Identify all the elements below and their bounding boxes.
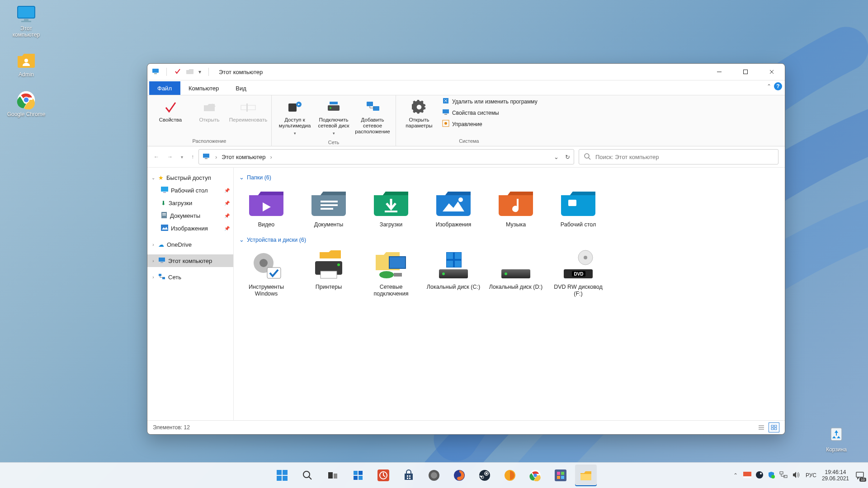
taskbar-taskview[interactable] <box>322 465 344 486</box>
sidebar-item-downloads[interactable]: ⬇Загрузки📌 <box>147 197 233 209</box>
svg-rect-76 <box>774 428 777 430</box>
ribbon-uninstall-program[interactable]: Удалить или изменить программу <box>442 97 538 106</box>
taskbar-file-explorer[interactable] <box>575 465 597 486</box>
folder-pictures[interactable]: Изображения <box>424 184 483 231</box>
crumb-label[interactable]: Этот компьютер <box>222 154 265 160</box>
folder-downloads[interactable]: Загрузки <box>361 184 421 231</box>
star-icon: ★ <box>158 174 164 181</box>
svg-rect-82 <box>328 472 333 479</box>
device-dvd-drive[interactable]: DVDDVD RW дисковод (F:) <box>548 247 608 300</box>
tray-volume-icon[interactable] <box>792 471 800 480</box>
taskbar-app-2[interactable] <box>423 465 445 486</box>
svg-rect-51 <box>389 257 406 268</box>
taskbar-firefox[interactable] <box>448 465 470 486</box>
documents-folder-icon <box>308 187 349 219</box>
taskbar-search[interactable] <box>297 465 318 486</box>
taskbar-store[interactable] <box>398 465 420 486</box>
tray-security-icon[interactable] <box>768 471 775 480</box>
sidebar-network[interactable]: ›Сеть <box>147 271 233 283</box>
svg-rect-22 <box>443 109 449 113</box>
svg-rect-85 <box>359 471 363 475</box>
taskbar-chrome[interactable] <box>524 465 546 486</box>
tray-app-icon[interactable] <box>743 472 751 479</box>
folder-videos[interactable]: Видео <box>236 184 296 231</box>
address-bar[interactable]: › Этот компьютер › ⌄ ↻ <box>198 149 574 164</box>
folder-music[interactable]: Музыка <box>486 184 546 231</box>
device-windows-tools[interactable]: Инструменты Windows <box>236 247 296 300</box>
ribbon-tabs: Файл Компьютер Вид ⌃ ? <box>147 80 785 95</box>
section-devices[interactable]: ⌄Устройства и диски (6) <box>239 236 782 243</box>
svg-rect-54 <box>394 273 402 277</box>
desktop-icon-this-pc[interactable]: Этот компьютер <box>6 5 46 38</box>
nav-up-icon[interactable]: ↑ <box>191 154 194 160</box>
taskbar-steam[interactable] <box>474 465 495 486</box>
svg-rect-18 <box>330 102 338 104</box>
svg-point-97 <box>479 470 490 481</box>
taskbar-start[interactable] <box>271 465 293 486</box>
nav-forward-icon[interactable]: → <box>167 154 173 160</box>
maximize-button[interactable] <box>732 64 759 80</box>
taskbar-app-4[interactable] <box>550 465 571 486</box>
ribbon-add-net-location[interactable]: Добавить сетевое расположение <box>354 97 391 136</box>
tab-view[interactable]: Вид <box>227 81 255 95</box>
folder-documents[interactable]: Документы <box>299 184 359 231</box>
svg-rect-110 <box>743 477 751 478</box>
desktop-icon-chrome[interactable]: Google Chrome <box>6 90 46 117</box>
device-local-disk-d[interactable]: Локальный диск (D:) <box>486 247 546 300</box>
checkmark-icon[interactable] <box>174 68 181 76</box>
search-placeholder: Поиск: Этот компьютер <box>595 154 659 160</box>
search-input[interactable]: Поиск: Этот компьютер <box>579 149 778 164</box>
view-icons-button[interactable] <box>769 422 779 432</box>
taskbar-app-1[interactable] <box>373 465 394 486</box>
svg-point-95 <box>431 472 437 479</box>
tray-steam-icon[interactable] <box>756 471 763 480</box>
net-location-icon <box>364 99 381 115</box>
ribbon-media-access[interactable]: Доступ к мультимедиа▾ <box>276 97 313 138</box>
tab-computer[interactable]: Компьютер <box>180 81 227 95</box>
nav-recent-icon[interactable]: ▾ <box>181 155 183 160</box>
titlebar[interactable]: ▾ Этот компьютер <box>147 64 785 80</box>
sidebar-onedrive[interactable]: ›☁OneDrive <box>147 238 233 251</box>
sidebar-item-documents[interactable]: Документы📌 <box>147 209 233 222</box>
svg-rect-41 <box>321 208 333 210</box>
taskbar-widgets[interactable] <box>347 465 369 486</box>
tray-network-icon[interactable] <box>779 471 788 480</box>
ribbon-system-properties[interactable]: Свойства системы <box>442 108 538 117</box>
tray-overflow-icon[interactable]: ⌃ <box>733 472 738 479</box>
sidebar-item-pictures[interactable]: Изображения📌 <box>147 222 233 235</box>
tray-clock[interactable]: 19:46:14 29.06.2021 <box>822 469 849 482</box>
ribbon-properties[interactable]: Свойства <box>152 97 189 125</box>
taskbar-app-3[interactable] <box>499 465 521 486</box>
device-network-connections[interactable]: Сетевые подключения <box>361 247 421 300</box>
svg-point-50 <box>337 263 340 266</box>
sidebar-item-desktop[interactable]: Рабочий стол📌 <box>147 184 233 197</box>
svg-point-113 <box>771 475 775 479</box>
close-button[interactable] <box>759 64 785 80</box>
folder-desktop[interactable]: Рабочий стол <box>548 184 608 231</box>
device-printers[interactable]: Принтеры <box>299 247 359 300</box>
device-local-disk-c[interactable]: Локальный диск (C:) <box>424 247 483 300</box>
desktop-icon-recycle-bin[interactable]: Корзина <box>816 423 856 453</box>
ribbon-map-drive[interactable]: Подключить сетевой диск▾ <box>315 97 352 138</box>
view-details-button[interactable] <box>756 422 767 432</box>
refresh-icon[interactable]: ↻ <box>565 154 570 160</box>
dropdown-icon[interactable]: ▾ <box>198 69 201 75</box>
svg-point-103 <box>533 474 537 477</box>
ribbon-manage[interactable]: Управление <box>442 120 538 128</box>
nav-back-icon[interactable]: ← <box>154 154 159 160</box>
help-button[interactable]: ? <box>774 82 782 90</box>
ribbon-open-settings[interactable]: Открыть параметры <box>401 97 438 131</box>
minimize-button[interactable] <box>706 64 732 80</box>
pin-icon: 📌 <box>224 201 230 206</box>
sidebar-quick-access[interactable]: ⌄★Быстрый доступ <box>147 171 233 184</box>
tab-file[interactable]: Файл <box>149 81 180 95</box>
sidebar-this-pc[interactable]: ›Этот компьютер <box>147 254 233 267</box>
desktop-icon-admin[interactable]: Admin <box>6 51 46 78</box>
chevron-down-icon[interactable]: ⌄ <box>554 154 559 160</box>
svg-rect-3 <box>21 21 31 22</box>
collapse-ribbon-icon[interactable]: ⌃ <box>767 83 771 89</box>
tray-language[interactable]: РУС <box>806 472 816 479</box>
folder-small-icon[interactable] <box>186 68 194 76</box>
section-folders[interactable]: ⌄Папки (6) <box>239 174 782 181</box>
tray-notifications[interactable]: 10 <box>854 470 865 481</box>
